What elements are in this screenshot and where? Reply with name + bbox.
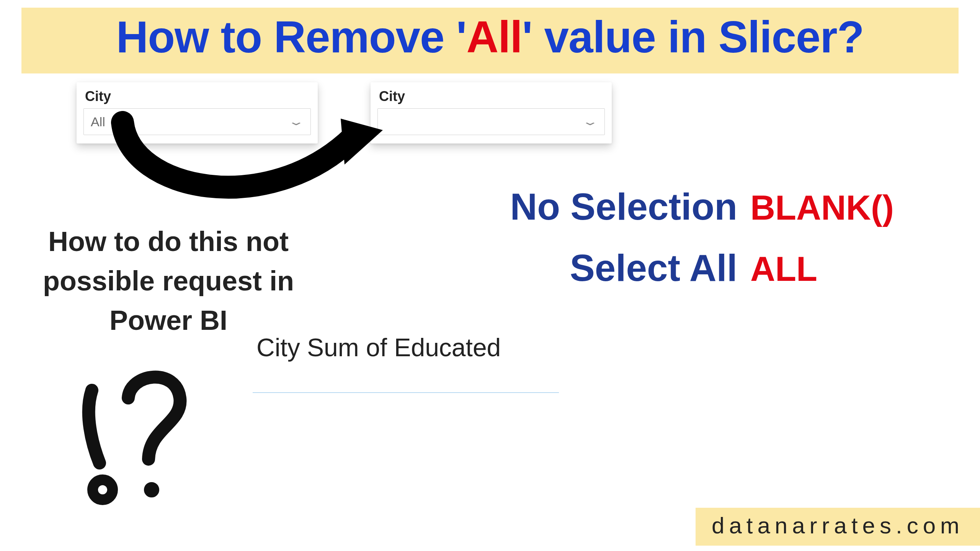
mapping-right-1: BLANK() <box>750 180 894 235</box>
slicer-after: City ⌄ <box>371 82 612 143</box>
title-part1: How to Remove ' <box>116 12 466 62</box>
table-divider <box>253 392 559 393</box>
svg-marker-0 <box>341 119 383 165</box>
slicer-before-label: City <box>83 88 311 104</box>
slicer-after-label: City <box>377 88 605 104</box>
arrow-icon <box>107 107 383 230</box>
title-text: How to Remove 'All' value in Slicer? <box>116 12 864 62</box>
slicer-after-input[interactable]: ⌄ <box>377 108 605 135</box>
mapping-left-1: No Selection <box>459 178 750 236</box>
mapping-left-2: Select All <box>459 239 750 297</box>
mapping-row-2: Select All ALL <box>459 239 942 297</box>
title-part2: ' value in Slicer? <box>522 12 864 62</box>
mapping-row-1: No Selection BLANK() <box>459 178 942 236</box>
table-header: City Sum of Educated <box>256 333 501 362</box>
mapping-right-2: ALL <box>750 241 817 297</box>
exclaim-question-icon <box>61 367 199 509</box>
slicer-before-value: All <box>91 114 105 129</box>
footer-text: datanarrates.com <box>712 513 964 538</box>
svg-point-1 <box>93 480 113 500</box>
title-highlight: All <box>466 12 522 62</box>
svg-point-2 <box>148 486 155 494</box>
mapping-block: No Selection BLANK() Select All ALL <box>459 178 942 300</box>
chevron-down-icon: ⌄ <box>581 116 599 128</box>
footer-band: datanarrates.com <box>696 508 980 546</box>
subtext: How to do this not possible request in P… <box>23 222 314 340</box>
title-band: How to Remove 'All' value in Slicer? <box>21 8 959 73</box>
